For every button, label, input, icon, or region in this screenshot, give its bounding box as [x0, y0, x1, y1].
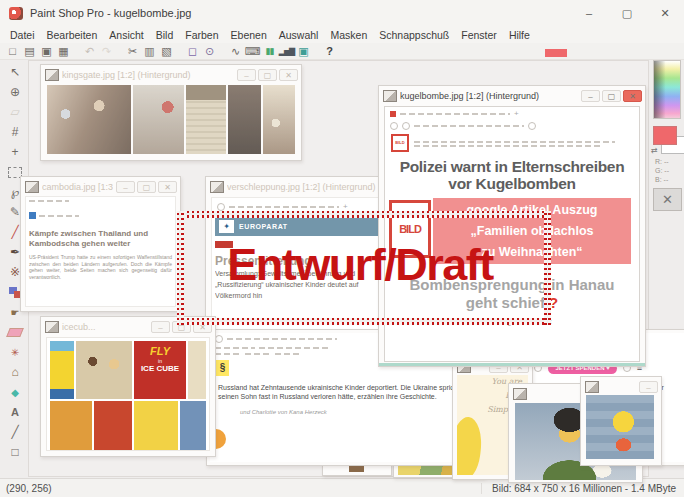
b-label: B: [655, 176, 662, 183]
close-button[interactable]: ✕ [158, 181, 177, 193]
collage-photo [228, 85, 260, 154]
layer-palette-toggle-icon[interactable]: ▣ [295, 44, 312, 59]
image-doc-icon [513, 388, 527, 400]
kugelbombe-title-bar[interactable]: kugelbombe.jpg [1:2] (Hintergrund) – ▢ ✕ [379, 86, 645, 104]
menu-fenster[interactable]: Fenster [455, 29, 503, 41]
foreground-color-swatch[interactable] [653, 126, 677, 145]
bart-panel [50, 341, 74, 399]
maximize-button[interactable]: ▢ [137, 181, 156, 193]
poster-text: ICE CUBE [134, 364, 186, 373]
image-window-cambodia[interactable]: cambodia.jpg [1:3... – ▢ ✕ Kämpfe zwisch… [20, 176, 181, 312]
minimize-button[interactable]: – [151, 321, 170, 333]
g-label: G: [655, 167, 662, 174]
color-picker-gradient[interactable] [653, 60, 681, 119]
maximize-button[interactable]: ▢ [602, 90, 621, 102]
image-window-icecube[interactable]: icecub... – ▢ ✕ FLY in ICE CUBE [40, 316, 216, 457]
image-window-kingsgate[interactable]: kingsgate.jpg [1:2] (Hintergrund) – ▢ ✕ [40, 64, 302, 161]
nav-placeholder [414, 145, 600, 147]
browser-tab-favicon [390, 111, 396, 117]
council-of-europe-logo: ✦ [219, 220, 234, 233]
maximize-button[interactable]: ▢ [258, 69, 277, 81]
comic-panel [76, 341, 132, 399]
menu-farben[interactable]: Farben [179, 29, 224, 41]
style-none-box[interactable]: ✕ [653, 188, 682, 211]
open-icon[interactable]: ▤ [21, 44, 38, 59]
image-doc-icon [25, 181, 39, 193]
current-color-chip [545, 49, 567, 57]
style-bar-toggle-icon[interactable]: ⌨ [244, 44, 261, 59]
browser-tab-dot [217, 203, 225, 211]
kingsgate-title-bar[interactable]: kingsgate.jpg [1:2] (Hintergrund) – ▢ ✕ [41, 65, 301, 83]
line-tool-icon[interactable]: ╱ [4, 422, 26, 442]
swap-colors-icon[interactable]: ⇄ [651, 146, 658, 155]
image-doc-icon [585, 381, 599, 393]
minimize-button[interactable]: – [570, 0, 608, 26]
menu-masken[interactable]: Masken [324, 29, 373, 41]
cambodia-content[interactable]: Kämpfe zwischen Thailand und Kambodscha … [25, 196, 176, 307]
normal-viewing-icon[interactable]: ⊙ [201, 44, 218, 59]
mover-tool-icon[interactable]: + [4, 142, 26, 162]
image-window-lisa[interactable]: – [580, 376, 662, 466]
address-placeholder [414, 125, 524, 127]
close-button[interactable]: ✕ [623, 90, 642, 102]
paste-icon[interactable]: ▧ [158, 44, 175, 59]
undo-icon[interactable]: ↶ [81, 44, 98, 59]
save-icon[interactable]: ▣ [38, 44, 55, 59]
browser-chrome-placeholder [29, 200, 69, 202]
print-icon[interactable]: ▦ [55, 44, 72, 59]
deformation-tool-icon[interactable]: ▱ [4, 102, 26, 122]
fullscreen-preview-icon[interactable]: ◻ [184, 44, 201, 59]
crop-tool-icon[interactable]: # [4, 122, 26, 142]
menu-bild[interactable]: Bild [150, 29, 180, 41]
minimize-button[interactable]: – [581, 90, 600, 102]
shape-tool-icon[interactable]: □ [4, 442, 26, 462]
tab-text-placeholder [227, 338, 337, 340]
color-palette-toggle-icon[interactable]: ▮▮ [261, 44, 278, 59]
minimize-button[interactable]: – [116, 181, 135, 193]
eraser-tool-icon[interactable] [4, 322, 26, 342]
cursor-coordinates: (290, 256) [0, 483, 481, 494]
flood-fill-tool-icon[interactable]: ◆ [4, 382, 26, 402]
image-doc-icon [383, 90, 397, 102]
menu-schnappschuss[interactable]: Schnappschuß [373, 29, 455, 41]
copy-icon[interactable]: ▥ [141, 44, 158, 59]
new-icon[interactable]: □ [4, 44, 21, 59]
menu-ebenen[interactable]: Ebenen [225, 29, 273, 41]
comic-panel [188, 341, 206, 399]
eraser-glyph [6, 328, 24, 337]
histogram-icon[interactable]: ▂▅▇ [278, 44, 295, 59]
cambodia-title-bar[interactable]: cambodia.jpg [1:3... – ▢ ✕ [21, 177, 180, 195]
close-button[interactable]: ✕ [279, 69, 298, 81]
comic-content[interactable]: FLY in ICE CUBE [46, 337, 210, 451]
rgb-readout: R: -- G: -- B: -- [655, 157, 669, 184]
text-tool-icon[interactable]: A [4, 402, 26, 422]
zoom-tool-icon[interactable]: ⊕ [4, 82, 26, 102]
bild-logo-small: BILD [391, 134, 409, 152]
news-body: US-Präsident Trump hatte zu einem sofort… [29, 254, 172, 280]
redo-icon[interactable]: ↷ [98, 44, 115, 59]
draft-selection-border-bottom [177, 318, 551, 325]
menu-auswahl[interactable]: Auswahl [273, 29, 325, 41]
help-icon[interactable]: ? [321, 44, 338, 59]
minimize-button[interactable]: – [639, 381, 658, 393]
image-doc-icon [45, 321, 59, 333]
picture-tube-tool-icon[interactable]: ⌂ [4, 362, 26, 382]
draft-watermark: Entwurf/Draft [177, 239, 543, 291]
menu-datei[interactable]: Datei [4, 29, 41, 41]
europarat-label: EUROPARAT [239, 223, 288, 230]
extension-icon [528, 122, 536, 130]
app-title-bar[interactable]: Paint Shop Pro - kugelbombe.jpg – ▢ ✕ [0, 0, 684, 27]
arrow-tool-icon[interactable]: ↖ [4, 62, 26, 82]
cut-icon[interactable]: ✂ [124, 44, 141, 59]
menu-ansicht[interactable]: Ansicht [103, 29, 149, 41]
minimize-button[interactable]: – [237, 69, 256, 81]
paint-shop-pro-window: Paint Shop Pro - kugelbombe.jpg – ▢ ✕ Da… [0, 0, 684, 497]
close-button[interactable]: ✕ [646, 0, 684, 26]
menu-bearbeiten[interactable]: Bearbeiten [41, 29, 104, 41]
tool-palette-toggle-icon[interactable]: ∿ [227, 44, 244, 59]
maximize-button[interactable]: ▢ [608, 0, 646, 26]
lisa-title-bar[interactable]: – [581, 377, 661, 395]
menu-hilfe[interactable]: Hilfe [503, 29, 536, 41]
tab-text-placeholder [400, 113, 510, 115]
airbrush-tool-icon[interactable]: ✳ [4, 342, 26, 362]
